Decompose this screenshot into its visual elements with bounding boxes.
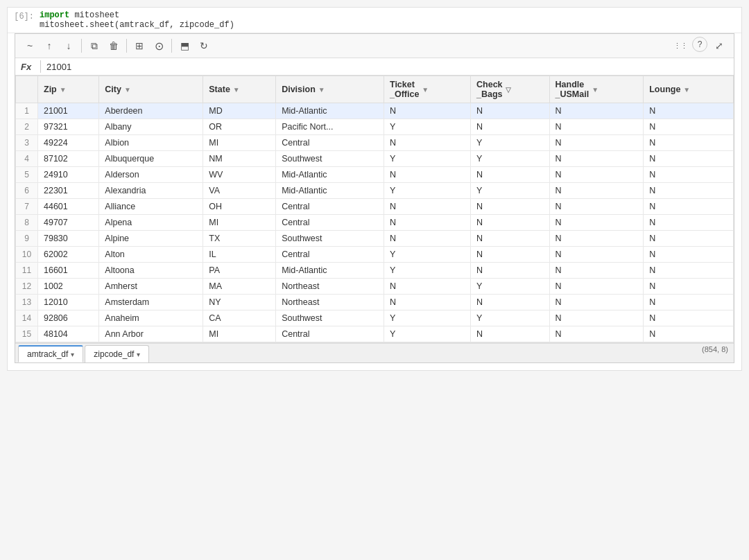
- cell-check_bags[interactable]: N: [471, 326, 550, 342]
- cell-check_bags[interactable]: N: [471, 215, 550, 231]
- col-header-check-bags[interactable]: Check_Bags ▽: [471, 76, 550, 103]
- cell-check_bags[interactable]: Y: [471, 310, 550, 326]
- cell-zip[interactable]: 24910: [38, 167, 99, 183]
- cell-ticket_office[interactable]: N: [384, 103, 470, 119]
- state-filter-icon[interactable]: ▼: [233, 86, 240, 94]
- cell-state[interactable]: CA: [203, 310, 276, 326]
- cell-lounge[interactable]: N: [644, 151, 734, 167]
- cell-state[interactable]: MI: [203, 326, 276, 342]
- cell-check_bags[interactable]: N: [471, 295, 550, 310]
- cell-state[interactable]: PA: [203, 263, 276, 279]
- cell-division[interactable]: Mid-Atlantic: [276, 103, 384, 119]
- cell-handle_usmail[interactable]: N: [549, 326, 644, 342]
- tab-amtrack_df[interactable]: amtrack_df▾: [18, 345, 83, 362]
- cell-city[interactable]: Alderson: [99, 167, 203, 183]
- cell-division[interactable]: Central: [276, 135, 384, 151]
- cell-state[interactable]: MD: [203, 103, 276, 119]
- cell-zip[interactable]: 92806: [38, 310, 99, 326]
- cell-check_bags[interactable]: N: [471, 103, 550, 119]
- cell-city[interactable]: Albion: [99, 135, 203, 151]
- cell-check_bags[interactable]: N: [471, 199, 550, 215]
- table-row[interactable]: 1492806AnaheimCASouthwestYYNN: [16, 310, 734, 326]
- table-row[interactable]: 744601AllianceOHCentralNNNN: [16, 199, 734, 215]
- table-row[interactable]: 121002AmherstMANortheastNYNN: [16, 279, 734, 295]
- col-header-lounge[interactable]: Lounge ▼: [644, 76, 734, 103]
- cell-ticket_office[interactable]: Y: [384, 263, 470, 279]
- cell-zip[interactable]: 62002: [38, 247, 99, 263]
- refresh-btn[interactable]: ↻: [195, 37, 213, 55]
- cell-handle_usmail[interactable]: N: [549, 119, 644, 135]
- cell-state[interactable]: WV: [203, 167, 276, 183]
- cell-ticket_office[interactable]: N: [384, 215, 470, 231]
- cell-ticket_office[interactable]: N: [384, 295, 470, 310]
- table-row[interactable]: 622301AlexandriaVAMid-AtlanticYYNN: [16, 183, 734, 199]
- cell-check_bags[interactable]: N: [471, 263, 550, 279]
- cell-ticket_office[interactable]: Y: [384, 183, 470, 199]
- cell-city[interactable]: Ann Arbor: [99, 326, 203, 342]
- merge-btn[interactable]: ⊙: [150, 37, 168, 55]
- cell-check_bags[interactable]: Y: [471, 183, 550, 199]
- cell-lounge[interactable]: N: [644, 183, 734, 199]
- cell-division[interactable]: Central: [276, 326, 384, 342]
- cell-division[interactable]: Mid-Atlantic: [276, 263, 384, 279]
- cell-city[interactable]: Anaheim: [99, 310, 203, 326]
- cell-division[interactable]: Mid-Atlantic: [276, 183, 384, 199]
- cell-zip[interactable]: 49707: [38, 215, 99, 231]
- cell-lounge[interactable]: N: [644, 326, 734, 342]
- tilde-btn[interactable]: ~: [21, 37, 39, 55]
- table-row[interactable]: 979830AlpineTXSouthwestNNNN: [16, 231, 734, 247]
- cell-check_bags[interactable]: N: [471, 247, 550, 263]
- cell-state[interactable]: VA: [203, 183, 276, 199]
- cell-lounge[interactable]: N: [644, 135, 734, 151]
- cell-ticket_office[interactable]: Y: [384, 310, 470, 326]
- cell-lounge[interactable]: N: [644, 231, 734, 247]
- cell-check_bags[interactable]: N: [471, 231, 550, 247]
- down-arrow-btn[interactable]: ↓: [60, 37, 78, 55]
- cell-city[interactable]: Altoona: [99, 263, 203, 279]
- cell-handle_usmail[interactable]: N: [549, 167, 644, 183]
- cell-division[interactable]: Southwest: [276, 310, 384, 326]
- cell-zip[interactable]: 44601: [38, 199, 99, 215]
- cell-division[interactable]: Central: [276, 199, 384, 215]
- table-row[interactable]: 487102AlbuquerqueNMSouthwestYYNN: [16, 151, 734, 167]
- cell-city[interactable]: Alpine: [99, 231, 203, 247]
- col-header-city[interactable]: City ▼: [99, 76, 203, 103]
- cell-ticket_office[interactable]: Y: [384, 247, 470, 263]
- city-filter-icon[interactable]: ▼: [124, 86, 131, 94]
- delete-btn[interactable]: 🗑: [105, 37, 123, 55]
- cell-handle_usmail[interactable]: N: [549, 263, 644, 279]
- cell-city[interactable]: Alpena: [99, 215, 203, 231]
- zip-filter-icon[interactable]: ▼: [60, 86, 67, 94]
- cell-city[interactable]: Albany: [99, 119, 203, 135]
- cell-city[interactable]: Amsterdam: [99, 295, 203, 310]
- cell-ticket_office[interactable]: Y: [384, 151, 470, 167]
- cell-lounge[interactable]: N: [644, 119, 734, 135]
- division-filter-icon[interactable]: ▼: [318, 86, 325, 94]
- cell-city[interactable]: Alexandria: [99, 183, 203, 199]
- cell-division[interactable]: Northeast: [276, 279, 384, 295]
- cell-zip[interactable]: 21001: [38, 103, 99, 119]
- tab-zipcode_df[interactable]: zipcode_df▾: [85, 345, 149, 362]
- grid-btn[interactable]: ⊞: [130, 37, 148, 55]
- cell-state[interactable]: TX: [203, 231, 276, 247]
- col-header-division[interactable]: Division ▼: [276, 76, 384, 103]
- cell-zip[interactable]: 49224: [38, 135, 99, 151]
- usmail-filter-icon[interactable]: ▼: [592, 86, 599, 94]
- cell-check_bags[interactable]: N: [471, 167, 550, 183]
- cell-handle_usmail[interactable]: N: [549, 310, 644, 326]
- cell-lounge[interactable]: N: [644, 199, 734, 215]
- cell-ticket_office[interactable]: Y: [384, 119, 470, 135]
- cell-lounge[interactable]: N: [644, 215, 734, 231]
- table-row[interactable]: 849707AlpenaMICentralNNNN: [16, 215, 734, 231]
- menu-dots-btn[interactable]: ⋮⋮: [671, 37, 689, 55]
- cell-ticket_office[interactable]: N: [384, 199, 470, 215]
- col-header-ticket-office[interactable]: Ticket_Office ▼: [384, 76, 470, 103]
- cell-state[interactable]: MI: [203, 215, 276, 231]
- cell-city[interactable]: Aberdeen: [99, 103, 203, 119]
- tab-dropdown-icon[interactable]: ▾: [137, 351, 140, 358]
- cell-state[interactable]: MI: [203, 135, 276, 151]
- cell-lounge[interactable]: N: [644, 167, 734, 183]
- table-row[interactable]: 1312010AmsterdamNYNortheastNNNN: [16, 295, 734, 310]
- cell-state[interactable]: OR: [203, 119, 276, 135]
- cell-ticket_office[interactable]: N: [384, 167, 470, 183]
